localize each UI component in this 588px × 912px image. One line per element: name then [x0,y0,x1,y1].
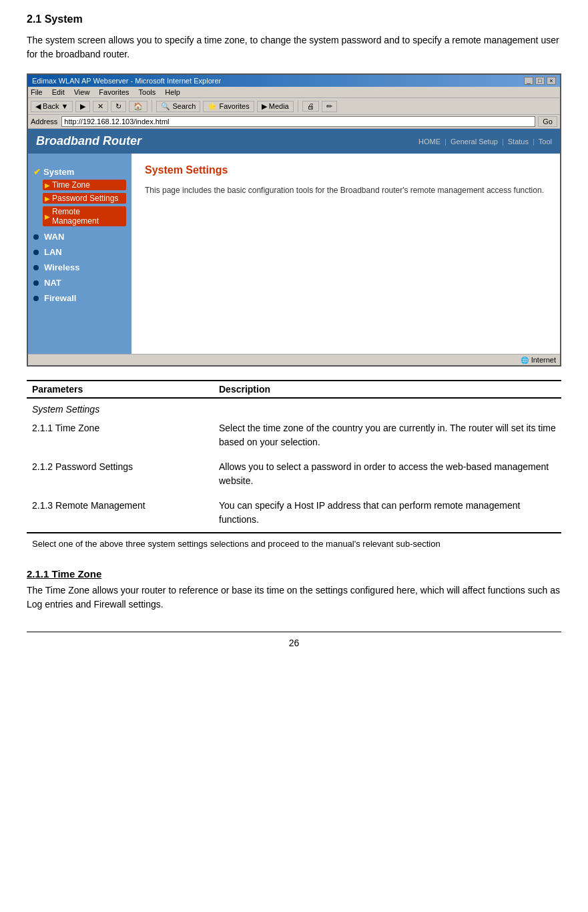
table-param-1: 2.1.1 Time Zone [27,416,214,455]
sidebar-item-system[interactable]: ✔ System [33,167,126,177]
table-section-row: System Settings [27,398,561,416]
address-input[interactable] [61,116,535,127]
sidebar-timezone-label: Time Zone [52,180,90,190]
bottom-section: 2.1.1 Time Zone The Time Zone allows you… [27,568,561,612]
router-content: System Settings This page includes the b… [131,154,560,354]
nav-general-setup[interactable]: General Setup [451,138,498,146]
menu-favorites[interactable]: Favorites [99,88,129,96]
home-button[interactable]: 🏠 [129,101,148,112]
menu-edit[interactable]: Edit [52,88,65,96]
table-header-col2: Description [214,381,561,398]
status-right: 🌐 Internet [521,356,556,364]
table-row: 2.1.3 Remote Management You can specify … [27,493,561,533]
lan-bullet [33,250,39,255]
table-section-label: System Settings [27,398,561,416]
router-header: Broadband Router HOME | General Setup | … [28,129,560,154]
sidebar-item-firewall[interactable]: Firewall [33,293,126,303]
status-internet: Internet [531,356,556,364]
table-row: 2.1.2 Password Settings Allows you to se… [27,455,561,493]
media-button[interactable]: ▶ Media [257,101,294,112]
table-desc-3: You can specify a Host IP address that c… [214,493,561,533]
sidebar-firewall-label: Firewall [44,293,76,303]
stop-button[interactable]: ✕ [93,101,108,112]
sidebar-item-lan[interactable]: LAN [33,247,126,257]
nav-status[interactable]: Status [508,138,529,146]
wireless-bullet [33,265,39,270]
sidebar-system-label: System [43,167,74,177]
titlebar-controls: _ □ × [524,77,556,85]
bottom-subtitle: 2.1.1 Time Zone [27,568,561,580]
toolbar-separator2 [298,100,298,112]
sidebar-password-label: Password Settings [52,194,118,203]
table-param-2: 2.1.2 Password Settings [27,455,214,493]
back-button[interactable]: ◀ Back ▼ [31,101,73,112]
browser-title: Edimax WLAN AP Webserver - Microsoft Int… [32,77,221,85]
nav-sep3: | [533,138,535,146]
favorites-button[interactable]: ⭐ Favorites [203,101,254,112]
browser-titlebar: Edimax WLAN AP Webserver - Microsoft Int… [28,75,560,87]
browser-menubar: File Edit View Favorites Tools Help [28,87,560,98]
sidebar-wan-label: WAN [44,232,64,242]
address-label: Address [31,118,57,126]
nat-bullet [33,280,39,286]
edit-button[interactable]: ✏ [322,101,337,112]
page-number: 26 [27,632,561,648]
table-footer-row: Select one of the above three system set… [27,533,561,555]
table-header-row: Parameters Description [27,381,561,398]
router-body: ✔ System ▶ Time Zone ▶ Password Settings… [28,154,560,354]
router-nav: HOME | General Setup | Status | Tool [418,138,552,146]
browser-addressbar: Address Go [28,115,560,129]
sidebar-nat-label: NAT [44,278,61,288]
table-row: 2.1.1 Time Zone Select the time zone of … [27,416,561,455]
go-button[interactable]: Go [538,116,557,127]
nav-sep1: | [445,138,447,146]
menu-help[interactable]: Help [165,88,180,96]
remote-arrow: ▶ [45,213,50,220]
nav-home[interactable]: HOME [418,138,440,146]
nav-tool[interactable]: Tool [539,138,552,146]
table-desc-2: Allows you to select a password in order… [214,455,561,493]
table-desc-1: Select the time zone of the country you … [214,416,561,455]
parameters-table: Parameters Description System Settings 2… [27,380,561,555]
refresh-button[interactable]: ↻ [111,101,126,112]
close-button[interactable]: × [547,77,556,85]
timezone-arrow: ▶ [45,182,50,189]
table-param-3: 2.1.3 Remote Management [27,493,214,533]
sidebar-wireless-label: Wireless [44,262,79,272]
router-ui: Broadband Router HOME | General Setup | … [28,129,560,365]
table-footer: Select one of the above three system set… [27,533,561,555]
sidebar-item-nat[interactable]: NAT [33,278,126,288]
wan-bullet [33,234,39,240]
sidebar-item-timezone[interactable]: ▶ Time Zone [43,180,126,190]
sidebar-remote-label: Remote Management [52,207,124,226]
bottom-text: The Time Zone allows your router to refe… [27,584,561,612]
sidebar-item-wireless[interactable]: Wireless [33,262,126,272]
content-description: This page includes the basic configurati… [145,184,547,196]
forward-button[interactable]: ▶ [75,101,90,112]
intro-paragraph: The system screen allows you to specify … [27,33,561,61]
sidebar-item-remote[interactable]: ▶ Remote Management [43,206,126,226]
page-heading: 2.1 System [27,13,561,25]
toolbar-separator [152,100,152,112]
search-button[interactable]: 🔍 Search [156,101,200,112]
table-header-col1: Parameters [27,381,214,398]
firewall-bullet [33,296,39,301]
password-arrow: ▶ [45,195,50,202]
content-title: System Settings [145,164,547,176]
browser-toolbar: ◀ Back ▼ ▶ ✕ ↻ 🏠 🔍 Search ⭐ Favorites ▶ … [28,98,560,115]
menu-file[interactable]: File [31,88,43,96]
router-sidebar: ✔ System ▶ Time Zone ▶ Password Settings… [28,154,131,354]
browser-window: Edimax WLAN AP Webserver - Microsoft Int… [27,73,561,367]
sidebar-item-wan[interactable]: WAN [33,232,126,242]
menu-view[interactable]: View [74,88,90,96]
sidebar-lan-label: LAN [44,247,62,257]
router-brand: Broadband Router [36,134,141,148]
maximize-button[interactable]: □ [535,77,545,85]
minimize-button[interactable]: _ [524,77,533,85]
menu-tools[interactable]: Tools [139,88,156,96]
nav-sep2: | [502,138,504,146]
sidebar-item-password[interactable]: ▶ Password Settings [43,193,126,204]
browser-statusbar: 🌐 Internet [28,354,560,365]
print-button[interactable]: 🖨 [302,101,319,111]
